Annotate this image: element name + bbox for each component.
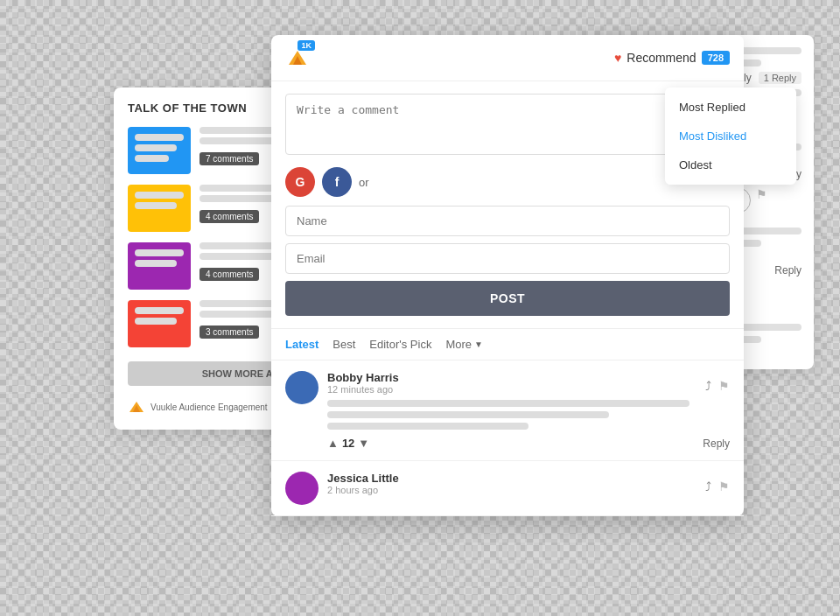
more-dropdown-menu: Most Replied Most Disliked Oldest xyxy=(665,88,796,185)
vuukle-header-icon: 1K xyxy=(285,46,310,70)
vuukle-logo-icon xyxy=(128,398,145,416)
badge-1k: 1K xyxy=(298,40,315,51)
tabs-row: Latest Best Editor's Pick More ▼ xyxy=(271,329,744,360)
article-thumbnail-purple xyxy=(128,242,191,290)
header-left: 1K xyxy=(285,46,310,70)
comment-author: Bobby Harris xyxy=(327,371,399,384)
comment-content-lines xyxy=(327,400,730,430)
comment-meta: Bobby Harris 12 minutes ago ⤴ ⚑ ▲ xyxy=(327,371,730,450)
social-login-row: G f or xyxy=(285,167,730,197)
flag-icon[interactable]: ⚑ xyxy=(718,379,730,393)
comment-author: Jessica Little xyxy=(327,472,399,485)
chevron-down-icon: ▼ xyxy=(474,340,483,349)
article-thumbnail-yellow xyxy=(128,185,191,232)
dropdown-item-most-replied[interactable]: Most Replied xyxy=(665,93,796,122)
avatar xyxy=(285,472,318,505)
email-input[interactable] xyxy=(285,243,730,274)
vote-row: ▲ 12 ▼ xyxy=(327,437,369,450)
downvote-button[interactable]: ▼ xyxy=(358,437,369,450)
article-thumbnail-red xyxy=(128,300,191,347)
comment-badge: 3 comments xyxy=(200,326,259,339)
comment-badge: 7 comments xyxy=(200,152,259,165)
comments-header: 1K ♥ Recommend 728 xyxy=(271,35,744,81)
tab-more[interactable]: More ▼ xyxy=(445,338,483,351)
tab-latest[interactable]: Latest xyxy=(285,338,318,351)
comment-textarea[interactable] xyxy=(285,94,730,155)
facebook-login-button[interactable]: f xyxy=(322,167,352,197)
recommend-label: Recommend xyxy=(626,51,696,65)
recommend-button[interactable]: ♥ Recommend 728 xyxy=(614,51,730,65)
recommend-count: 728 xyxy=(702,51,730,65)
flag-icon[interactable]: ⚑ xyxy=(718,480,730,494)
comment-top: Jessica Little 2 hours ago ⤴ ⚑ xyxy=(285,472,730,505)
reply-label3[interactable]: Reply xyxy=(774,264,802,276)
flag-icon[interactable]: ⚑ xyxy=(756,187,767,214)
dropdown-item-most-disliked[interactable]: Most Disliked xyxy=(665,122,796,150)
tab-editors-pick[interactable]: Editor's Pick xyxy=(369,338,431,351)
comment-badge: 4 comments xyxy=(200,210,259,223)
share-icon[interactable]: ⤴ xyxy=(705,480,711,494)
article-thumbnail-blue xyxy=(128,127,191,174)
comment-time: 2 hours ago xyxy=(327,485,399,495)
upvote-button[interactable]: ▲ xyxy=(327,437,339,450)
comment-badge: 4 comments xyxy=(200,268,259,281)
reply-button[interactable]: Reply xyxy=(703,438,730,450)
comment-top: Bobby Harris 12 minutes ago ⤴ ⚑ ▲ xyxy=(285,371,730,450)
reply-count: 1 Reply xyxy=(759,72,802,84)
comment-time: 12 minutes ago xyxy=(327,384,399,395)
comment-meta: Jessica Little 2 hours ago ⤴ ⚑ xyxy=(327,472,730,500)
tab-best[interactable]: Best xyxy=(332,338,355,351)
comment-top-actions: ⤴ ⚑ xyxy=(705,379,730,393)
comment-item-1: Bobby Harris 12 minutes ago ⤴ ⚑ ▲ xyxy=(271,360,744,461)
post-button[interactable]: POST xyxy=(285,281,730,316)
vote-count: 12 xyxy=(342,437,354,450)
more-label: More xyxy=(445,338,472,351)
heart-icon: ♥ xyxy=(614,51,621,65)
dropdown-item-oldest[interactable]: Oldest xyxy=(665,150,796,179)
avatar xyxy=(285,371,318,404)
or-label: or xyxy=(359,176,369,189)
vuukle-label: Vuukle Audience Engagement xyxy=(150,402,268,412)
google-login-button[interactable]: G xyxy=(285,167,315,197)
share-icon[interactable]: ⤴ xyxy=(705,379,711,393)
comment-actions: ▲ 12 ▼ Reply xyxy=(327,437,730,450)
name-input[interactable] xyxy=(285,206,730,236)
comment-item-2: Jessica Little 2 hours ago ⤴ ⚑ xyxy=(271,461,744,516)
comment-top-actions: ⤴ ⚑ xyxy=(705,480,730,494)
